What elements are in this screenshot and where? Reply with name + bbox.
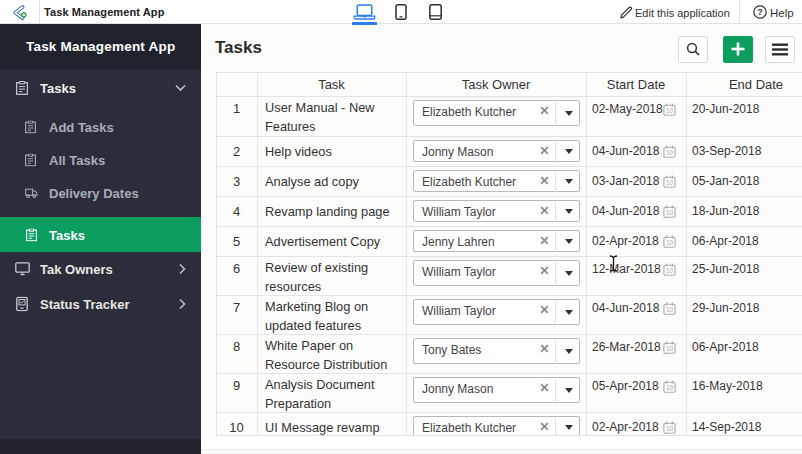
svg-text:10: 10 [666,107,674,114]
svg-text:10: 10 [666,384,674,391]
svg-text:10: 10 [666,149,674,156]
svg-text:10: 10 [666,267,674,274]
svg-text:10: 10 [666,209,674,216]
svg-text:10: 10 [666,179,674,186]
svg-text:10: 10 [666,345,674,352]
svg-text:?: ? [757,7,763,17]
svg-text:10: 10 [666,425,674,432]
svg-text:10: 10 [666,239,674,246]
svg-text:10: 10 [666,306,674,313]
